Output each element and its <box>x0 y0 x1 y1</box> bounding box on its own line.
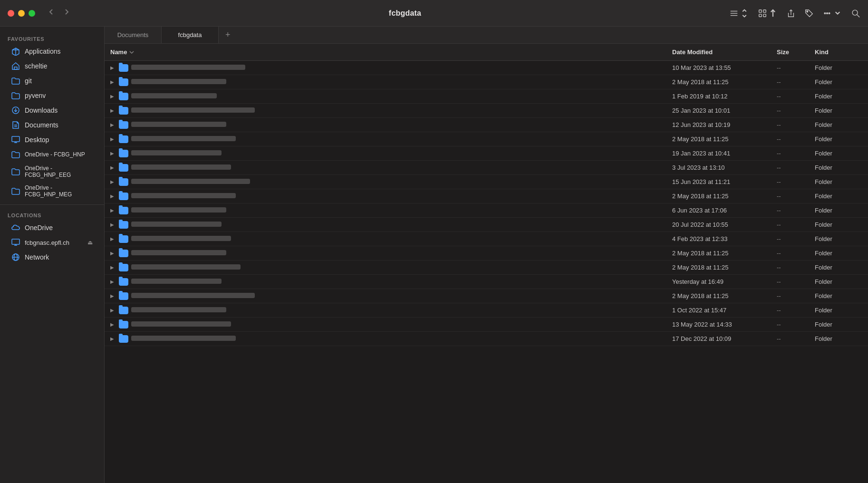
expand-arrow-icon[interactable]: ▶ <box>110 222 116 227</box>
sidebar-item-git[interactable]: git <box>4 74 100 88</box>
expand-arrow-icon[interactable]: ▶ <box>110 179 116 184</box>
search-icon[interactable] <box>851 9 860 18</box>
expand-arrow-icon[interactable]: ▶ <box>110 293 116 299</box>
date-column-header[interactable]: Date Modified <box>672 48 777 56</box>
file-date-cell: 1 Feb 2019 at 10:12 <box>672 93 777 100</box>
file-size-cell: -- <box>777 335 815 342</box>
expand-arrow-icon[interactable]: ▶ <box>110 122 116 127</box>
svg-point-12 <box>829 12 830 14</box>
file-kind-cell: Folder <box>815 221 862 228</box>
size-column-header[interactable]: Size <box>777 48 815 56</box>
svg-rect-22 <box>12 136 19 142</box>
file-name-cell: ▶ <box>110 235 672 243</box>
table-row[interactable]: ▶ 2 May 2018 at 11:25 -- Folder <box>105 132 868 146</box>
table-row[interactable]: ▶ 3 Jul 2023 at 13:10 -- Folder <box>105 161 868 175</box>
sidebar-item-network[interactable]: Network <box>4 250 100 264</box>
grid-view-icon[interactable] <box>758 9 778 18</box>
expand-arrow-icon[interactable]: ▶ <box>110 79 116 85</box>
expand-arrow-icon[interactable]: ▶ <box>110 65 116 70</box>
table-row[interactable]: ▶ 17 Dec 2022 at 10:09 -- Folder <box>105 332 868 346</box>
table-row[interactable]: ▶ 2 May 2018 at 11:25 -- Folder <box>105 261 868 275</box>
table-row[interactable]: ▶ 1 Oct 2022 at 15:47 -- Folder <box>105 303 868 318</box>
sidebar-item-documents[interactable]: Documents <box>4 118 100 132</box>
expand-arrow-icon[interactable]: ▶ <box>110 208 116 213</box>
table-row[interactable]: ▶ 2 May 2018 at 11:25 -- Folder <box>105 289 868 303</box>
sidebar-item-applications[interactable]: Applications <box>4 44 100 58</box>
svg-rect-4 <box>763 10 766 12</box>
sidebar-item-pyvenv[interactable]: pyvenv <box>4 88 100 103</box>
sidebar-item-downloads[interactable]: Downloads <box>4 103 100 117</box>
file-name-text <box>131 321 672 328</box>
table-row[interactable]: ▶ 15 Jun 2023 at 11:21 -- Folder <box>105 175 868 189</box>
more-icon[interactable] <box>822 9 842 18</box>
breadcrumb-tab-fcbgdata[interactable]: fcbgdata <box>162 27 219 43</box>
sidebar-item-fcbgnasc[interactable]: fcbgnasc.epfl.ch ⏏ <box>4 235 100 250</box>
sidebar-item-onedrive-meg[interactable]: OneDrive - FCBG_HNP_MEG <box>4 182 100 201</box>
network-icon <box>11 253 20 261</box>
table-row[interactable]: ▶ 25 Jan 2023 at 10:01 -- Folder <box>105 104 868 118</box>
table-row[interactable]: ▶ 2 May 2018 at 11:25 -- Folder <box>105 246 868 261</box>
minimize-button[interactable] <box>18 10 25 17</box>
eject-icon[interactable]: ⏏ <box>87 239 93 246</box>
svg-point-11 <box>827 12 828 14</box>
file-date-cell: 6 Jun 2023 at 17:06 <box>672 207 777 214</box>
expand-arrow-icon[interactable]: ▶ <box>110 151 116 156</box>
expand-arrow-icon[interactable]: ▶ <box>110 279 116 284</box>
breadcrumb-tab-documents[interactable]: Documents <box>105 27 162 43</box>
sidebar-item-onedrive-fcbg[interactable]: OneDrive - FCBG_HNP <box>4 147 100 162</box>
close-button[interactable] <box>8 10 14 17</box>
titlebar: fcbgdata <box>0 0 868 27</box>
expand-arrow-icon[interactable]: ▶ <box>110 308 116 313</box>
file-size-cell: -- <box>777 135 815 143</box>
name-column-header[interactable]: Name <box>110 48 672 56</box>
monitor-icon <box>11 238 20 247</box>
sidebar-item-onedrive-eeg[interactable]: OneDrive - FCBG_HNP_EEG <box>4 162 100 181</box>
forward-button[interactable] <box>60 6 73 20</box>
tag-icon[interactable] <box>804 9 814 18</box>
file-date-cell: 2 May 2018 at 11:25 <box>672 250 777 257</box>
expand-arrow-icon[interactable]: ▶ <box>110 336 116 341</box>
applications-icon <box>11 47 20 56</box>
expand-arrow-icon[interactable]: ▶ <box>110 136 116 142</box>
share-icon[interactable] <box>786 9 796 18</box>
list-view-icon[interactable] <box>729 9 749 18</box>
file-name-cell: ▶ <box>110 135 672 143</box>
expand-arrow-icon[interactable]: ▶ <box>110 165 116 170</box>
file-name-text <box>131 235 672 242</box>
sidebar-item-desktop[interactable]: Desktop <box>4 133 100 147</box>
folder-icon <box>119 292 128 300</box>
file-name-text <box>131 121 672 128</box>
desktop-icon <box>11 135 20 144</box>
expand-arrow-icon[interactable]: ▶ <box>110 236 116 242</box>
expand-arrow-icon[interactable]: ▶ <box>110 251 116 256</box>
back-button[interactable] <box>45 6 58 20</box>
sidebar-item-scheltie[interactable]: scheltie <box>4 59 100 73</box>
table-row[interactable]: ▶ 12 Jun 2023 at 10:19 -- Folder <box>105 118 868 132</box>
table-row[interactable]: ▶ 1 Feb 2019 at 10:12 -- Folder <box>105 89 868 104</box>
add-tab-button[interactable]: + <box>219 27 237 43</box>
table-row[interactable]: ▶ 2 May 2018 at 11:25 -- Folder <box>105 189 868 203</box>
expand-arrow-icon[interactable]: ▶ <box>110 322 116 327</box>
folder-icon <box>119 93 128 100</box>
expand-arrow-icon[interactable]: ▶ <box>110 94 116 99</box>
file-date-cell: 15 Jun 2023 at 11:21 <box>672 178 777 185</box>
table-row[interactable]: ▶ 10 Mar 2023 at 13:55 -- Folder <box>105 61 868 75</box>
table-row[interactable]: ▶ 2 May 2018 at 11:25 -- Folder <box>105 75 868 89</box>
expand-arrow-icon[interactable]: ▶ <box>110 193 116 199</box>
table-row[interactable]: ▶ 20 Jul 2022 at 10:55 -- Folder <box>105 218 868 232</box>
maximize-button[interactable] <box>29 10 35 17</box>
table-row[interactable]: ▶ Yesterday at 16:49 -- Folder <box>105 275 868 289</box>
expand-arrow-icon[interactable]: ▶ <box>110 108 116 113</box>
table-row[interactable]: ▶ 13 May 2022 at 14:33 -- Folder <box>105 318 868 332</box>
svg-line-14 <box>857 14 859 17</box>
file-name-cell: ▶ <box>110 292 672 300</box>
file-name-cell: ▶ <box>110 264 672 271</box>
svg-rect-6 <box>763 14 766 16</box>
table-row[interactable]: ▶ 4 Feb 2023 at 12:33 -- Folder <box>105 232 868 246</box>
table-row[interactable]: ▶ 19 Jan 2023 at 10:41 -- Folder <box>105 146 868 161</box>
sidebar-item-onedrive-cloud[interactable]: OneDrive <box>4 221 100 235</box>
folder-icon <box>119 78 128 86</box>
kind-column-header[interactable]: Kind <box>815 48 862 56</box>
table-row[interactable]: ▶ 6 Jun 2023 at 17:06 -- Folder <box>105 203 868 218</box>
expand-arrow-icon[interactable]: ▶ <box>110 265 116 270</box>
